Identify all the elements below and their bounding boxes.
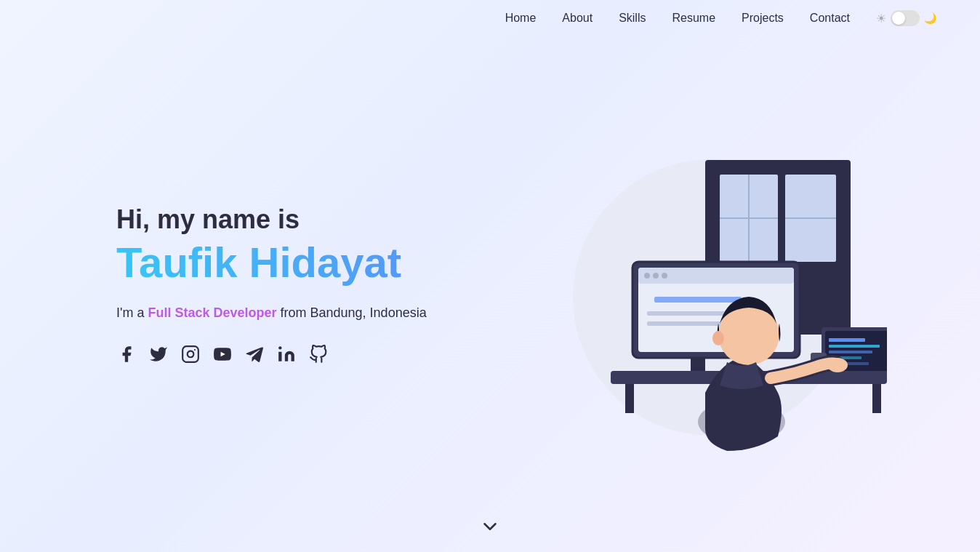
hero-sub-suffix: from Bandung, Indonesia [277, 305, 427, 320]
svg-rect-15 [676, 371, 720, 377]
hero-sub-prefix: I'm a [116, 305, 148, 320]
svg-rect-28 [829, 345, 880, 348]
moon-icon: 🌙 [924, 12, 936, 24]
github-icon[interactable] [308, 344, 329, 364]
svg-point-36 [827, 358, 848, 372]
hero-intro: Hi, my name is [116, 203, 480, 237]
facebook-icon[interactable] [116, 344, 137, 364]
illustration-container [480, 116, 887, 451]
svg-rect-29 [829, 351, 872, 353]
svg-point-19 [644, 273, 650, 279]
svg-rect-12 [625, 384, 634, 413]
svg-rect-0 [182, 346, 198, 362]
telegram-icon[interactable] [244, 344, 265, 364]
nav-projects[interactable]: Projects [742, 12, 784, 25]
svg-rect-22 [654, 297, 742, 303]
navbar: Home About Skills Resume Projects Contac… [0, 0, 980, 36]
nav-skills[interactable]: Skills [619, 12, 646, 25]
svg-point-20 [653, 273, 659, 279]
twitter-icon[interactable] [148, 344, 169, 364]
svg-point-21 [662, 273, 667, 279]
nav-contact[interactable]: Contact [810, 12, 850, 25]
hero-text: Hi, my name is Taufik Hidayat I'm a Full… [116, 203, 480, 364]
hero-subtitle: I'm a Full Stack Developer from Bandung,… [116, 303, 480, 324]
arrow-down-icon [479, 516, 501, 537]
svg-rect-13 [872, 384, 881, 413]
nav-home[interactable]: Home [505, 12, 537, 25]
svg-rect-3 [278, 351, 281, 361]
hero-name: Taufik Hidayat [116, 237, 480, 288]
hero-section: Hi, my name is Taufik Hidayat I'm a Full… [0, 36, 980, 487]
nav-resume[interactable]: Resume [672, 12, 715, 25]
developer-illustration [480, 116, 887, 451]
svg-point-4 [278, 346, 281, 349]
theme-toggle[interactable]: ☀ 🌙 [876, 10, 936, 26]
nav-about[interactable]: About [562, 12, 593, 25]
hero-illustration [480, 95, 887, 473]
svg-rect-27 [829, 338, 865, 342]
social-icons [116, 344, 480, 364]
scroll-down-button[interactable] [479, 516, 501, 537]
toggle-track[interactable] [891, 10, 920, 26]
toggle-knob [892, 12, 905, 25]
sun-icon: ☀ [876, 12, 886, 25]
linkedin-icon[interactable] [276, 344, 297, 364]
hero-role: Full Stack Developer [148, 305, 276, 320]
svg-point-35 [712, 331, 724, 345]
instagram-icon[interactable] [180, 344, 201, 364]
youtube-icon[interactable] [212, 344, 233, 364]
